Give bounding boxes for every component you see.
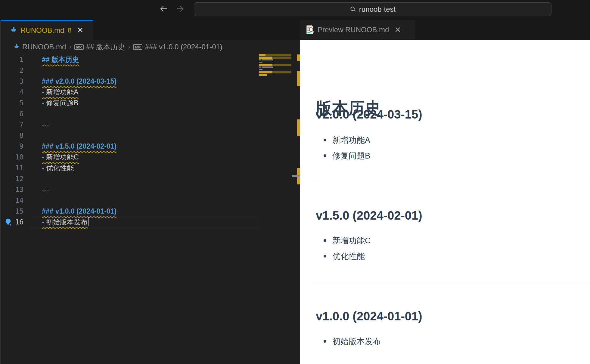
minimap[interactable] [259, 54, 291, 364]
tab-runoob-md[interactable]: RUNOOB.md 8 ✕ [0, 20, 93, 40]
navigate-forward-button[interactable] [174, 4, 186, 16]
tab-preview-runoob-md[interactable]: Preview RUNOOB.md ✕ [300, 20, 415, 40]
tab-problems-badge: 8 [68, 26, 71, 34]
window-left-edge [0, 20, 1, 364]
minimap-line [262, 59, 273, 60]
breadcrumb-subsection[interactable]: ### v1.0.0 (2024-01-01) [145, 43, 222, 51]
preview-list-item: 新增功能A [332, 135, 370, 150]
arrow-left-icon [159, 4, 168, 13]
search-value: runoob-test [359, 5, 396, 14]
close-tab-icon[interactable]: ✕ [394, 25, 401, 35]
preview-section-heading: v2.0.0 (2024-03-15) [316, 108, 422, 121]
line-number[interactable]: 13 [0, 184, 23, 195]
minimap-line [266, 54, 291, 56]
cursor-position-mark [292, 175, 300, 177]
code-editor[interactable]: 1## 版本历史23### v2.0.0 (2024-03-15)4- 新增功能… [0, 54, 300, 364]
minimap-line [259, 66, 261, 68]
copilot-lightbulb-icon[interactable] [4, 217, 13, 230]
minimap-line [259, 74, 267, 76]
preview-list-item: 优化性能 [332, 251, 371, 267]
warning-mark [297, 119, 300, 136]
code-line[interactable]: 5- 修复问题B [0, 97, 259, 108]
preview-section-heading: v1.0.0 (2024-01-01) [316, 310, 422, 323]
code-line[interactable]: 16- 初始版本发布 [0, 217, 259, 227]
line-number[interactable]: 7 [0, 119, 23, 130]
code-line[interactable]: 14 [0, 195, 259, 206]
code-text: - 新增功能A [42, 87, 78, 97]
line-number[interactable]: 3 [0, 76, 23, 87]
symbol-string-icon: abc [74, 44, 84, 50]
code-line[interactable]: 15### v1.0.0 (2024-01-01) [0, 206, 259, 217]
tab-label: RUNOOB.md [20, 26, 64, 35]
code-line[interactable]: 1## 版本历史 [0, 54, 259, 65]
search-icon [350, 6, 356, 13]
overview-ruler[interactable] [292, 54, 300, 364]
symbol-string-icon: abc [133, 44, 142, 50]
code-line[interactable]: 8 [0, 130, 259, 141]
line-number[interactable]: 11 [0, 162, 23, 173]
arrow-right-icon [175, 4, 185, 13]
warning-mark [297, 168, 300, 175]
preview-list-item: 修复问题B [332, 150, 370, 166]
title-bar: runoob-test [0, 0, 590, 20]
minimap-line [272, 57, 291, 59]
code-line[interactable]: 6 [0, 108, 259, 119]
code-text: ### v2.0.0 (2024-03-15) [42, 76, 116, 87]
preview-divider [313, 283, 588, 283]
minimap-line [259, 64, 272, 66]
warning-mark [297, 54, 300, 61]
navigate-back-button[interactable] [158, 4, 170, 16]
text-cursor [88, 217, 88, 226]
line-number[interactable]: 5 [0, 97, 23, 108]
code-line[interactable]: 4- 新增功能A [0, 87, 259, 97]
breadcrumb-separator: › [69, 43, 71, 51]
breadcrumb: RUNOOB.md › abc ## 版本历史 › abc ### v1.0.0… [0, 40, 300, 54]
minimap-line [272, 64, 291, 66]
preview-bullet-list: 新增功能A修复问题B [332, 135, 370, 166]
code-line[interactable]: 7--- [0, 119, 259, 130]
code-line[interactable]: 9### v1.5.0 (2024-02-01) [0, 141, 259, 152]
tab-label: Preview RUNOOB.md [318, 26, 389, 34]
line-number[interactable]: 4 [0, 87, 23, 97]
vscode-window: runoob-test RUNOOB.md 8 ✕ ··· [0, 0, 590, 364]
code-line[interactable]: 10- 新增功能C [0, 152, 259, 162]
minimap-line [259, 69, 262, 70]
preview-divider [313, 182, 588, 182]
line-number[interactable]: 9 [0, 141, 23, 152]
line-number[interactable]: 14 [0, 195, 23, 206]
minimap-line [259, 71, 272, 73]
code-line[interactable]: 13--- [0, 184, 259, 195]
tab-bar: RUNOOB.md 8 ✕ ··· Pre [0, 20, 590, 40]
code-text: ### v1.0.0 (2024-01-01) [42, 206, 116, 217]
markdown-preview-pane[interactable]: 版本历史 v2.0.0 (2024-03-15)新增功能A修复问题Bv1.5.0… [300, 40, 590, 364]
code-text: --- [42, 184, 49, 195]
code-text: - 优化性能 [42, 162, 74, 173]
minimap-line [259, 54, 266, 56]
code-text: ### v1.5.0 (2024-02-01) [42, 141, 116, 152]
command-center-search[interactable]: runoob-test [194, 2, 551, 16]
close-tab-icon[interactable]: ✕ [77, 26, 84, 35]
code-line[interactable]: 3### v2.0.0 (2024-03-15) [0, 76, 259, 87]
code-text: --- [42, 119, 49, 130]
breadcrumb-file[interactable]: RUNOOB.md [22, 43, 66, 51]
line-number[interactable]: 15 [0, 206, 23, 217]
line-number[interactable]: 1 [0, 54, 23, 65]
line-number[interactable]: 10 [0, 152, 23, 162]
markdown-file-icon [13, 44, 20, 50]
breadcrumb-section[interactable]: ## 版本历史 [86, 42, 125, 52]
warning-mark [297, 71, 300, 86]
line-number[interactable]: 2 [0, 65, 23, 76]
code-line[interactable]: 12 [0, 173, 259, 184]
preview-list-item: 初始版本发布 [332, 336, 381, 352]
line-number[interactable]: 8 [0, 130, 23, 141]
code-line[interactable]: 11- 优化性能 [0, 162, 259, 173]
line-number[interactable]: 12 [0, 173, 23, 184]
line-number[interactable]: 6 [0, 108, 23, 119]
minimap-line [272, 71, 291, 73]
markdown-preview-icon [306, 25, 315, 35]
preview-list-item: 新增功能C [332, 235, 371, 251]
preview-bullet-list: 初始版本发布 [332, 336, 381, 352]
code-line[interactable]: 2 [0, 65, 259, 76]
minimap-line [259, 59, 261, 60]
code-text: ## 版本历史 [42, 54, 79, 65]
